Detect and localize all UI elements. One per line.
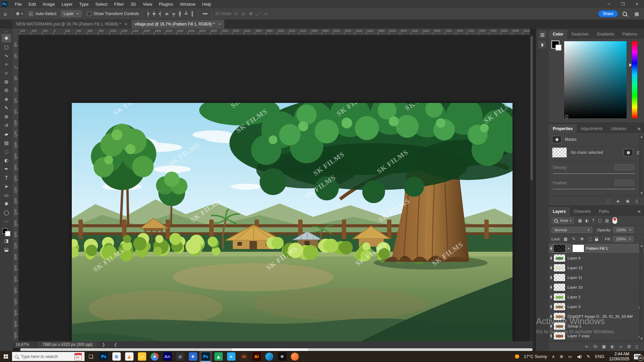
layer-visibility-toggle[interactable] bbox=[551, 256, 551, 260]
layer-row-3[interactable]: Layer 11 bbox=[549, 273, 644, 283]
align-button-0[interactable]: ╞ bbox=[145, 11, 151, 16]
fill-dropdown[interactable]: 100% ▾ bbox=[613, 236, 634, 242]
more-options-button[interactable]: ••• bbox=[201, 11, 209, 16]
pattern-thumbnail[interactable] bbox=[553, 244, 566, 252]
panel-menu-icon[interactable]: ≡ bbox=[641, 30, 644, 39]
taskbar-search-box[interactable]: Type here to search bbox=[12, 352, 85, 361]
toolbar-collapse-icon[interactable]: » bbox=[5, 30, 7, 33]
hue-slider-handle[interactable] bbox=[629, 63, 632, 67]
document-area[interactable]: SK FILMSSK FILMSSK FILMSSK FILMSSK FILMS… bbox=[18, 35, 530, 341]
more-tools-button[interactable]: ⋯ bbox=[2, 217, 11, 226]
layer-effects-icon[interactable]: fx bbox=[593, 344, 597, 349]
horizontal-scrollbar[interactable] bbox=[20, 348, 533, 351]
layer-visibility-toggle[interactable] bbox=[551, 295, 551, 299]
document-tab-1[interactable]: village.psd @ 16.7% (Pattern Fill 1, RGB… bbox=[131, 20, 225, 28]
taskbar-icon-blue-app[interactable]: ❖ bbox=[186, 351, 199, 362]
foreground-background-swatches[interactable] bbox=[551, 41, 561, 51]
lock-option-icon-1[interactable]: ✎ bbox=[571, 237, 577, 241]
history-panel-icon[interactable]: ▥ bbox=[538, 31, 546, 39]
action-center-icon[interactable]: 20 bbox=[634, 354, 641, 359]
layer-thumbnail[interactable] bbox=[553, 264, 566, 272]
align-button-1[interactable]: ╪ bbox=[151, 11, 157, 16]
layer-row-0[interactable]: ∞Pattern Fill 1 bbox=[549, 244, 644, 253]
maximize-button[interactable]: ❐ bbox=[616, 0, 630, 8]
network-globe-icon[interactable]: ⊕ bbox=[560, 354, 564, 359]
ruler-origin-corner[interactable] bbox=[13, 28, 19, 35]
menu-item-file[interactable]: File bbox=[11, 1, 25, 8]
panel-menu-icon[interactable]: ≡ bbox=[634, 207, 644, 216]
tab-color[interactable]: Color bbox=[549, 30, 567, 39]
opacity-dropdown[interactable]: 100% ▾ bbox=[613, 227, 634, 233]
filter-type-icon-4[interactable]: ▤ bbox=[604, 218, 610, 223]
link-layers-icon[interactable]: ∞ bbox=[585, 344, 588, 349]
auto-select-target-dropdown[interactable]: Layer ▾ bbox=[61, 10, 82, 17]
auto-select-checkbox[interactable]: ✓ bbox=[29, 11, 33, 16]
weather-widget[interactable]: 17°C Sunny bbox=[524, 354, 547, 359]
lasso-tool[interactable]: ∿ bbox=[2, 51, 11, 60]
menu-item-plugins[interactable]: Plugins bbox=[156, 1, 177, 8]
history-brush-tool[interactable]: ↺ bbox=[2, 121, 11, 130]
show-transform-checkbox[interactable] bbox=[87, 11, 92, 16]
close-button[interactable]: × bbox=[630, 0, 644, 8]
tab-layers[interactable]: Layers bbox=[549, 207, 570, 216]
hue-slider[interactable] bbox=[632, 41, 637, 118]
add-mask-icon[interactable]: ▣ bbox=[602, 344, 606, 349]
vertical-ruler[interactable]: 4002000200400600800100012001400160018002… bbox=[13, 35, 19, 341]
color-picker-cursor[interactable] bbox=[565, 115, 568, 118]
tab-adjustments[interactable]: Adjustments bbox=[577, 124, 607, 133]
taskbar-icon-illustrator[interactable]: Ai bbox=[250, 351, 263, 362]
taskbar-icon-green-app[interactable]: ▲ bbox=[212, 351, 225, 362]
filter-type-icon-2[interactable]: T bbox=[591, 218, 595, 223]
brush-tool[interactable]: ✎ bbox=[2, 104, 11, 112]
layer-mask-thumbnail[interactable] bbox=[572, 244, 584, 252]
layer-visibility-toggle[interactable] bbox=[551, 314, 551, 318]
layer-thumbnail[interactable] bbox=[553, 332, 566, 340]
tool-preset-caret-icon[interactable]: ▾ bbox=[21, 12, 23, 15]
taskbar-icon-chart-app[interactable]: ılı bbox=[237, 351, 250, 362]
lock-option-icon-0[interactable]: ▩ bbox=[563, 237, 569, 241]
layer-thumbnail[interactable] bbox=[553, 293, 566, 301]
adjustment-layer-icon[interactable]: ◐ bbox=[611, 344, 614, 349]
layer-row-8[interactable]: Group 1 bbox=[549, 321, 644, 331]
layer-thumbnail[interactable] bbox=[553, 312, 566, 320]
density-value-box[interactable] bbox=[614, 164, 634, 170]
menu-item-edit[interactable]: Edit bbox=[25, 1, 39, 8]
layer-thumbnail[interactable] bbox=[553, 283, 566, 291]
horizontal-scrollbar-thumb[interactable] bbox=[231, 348, 309, 351]
zoom-level-field[interactable]: 16.67% bbox=[15, 342, 29, 347]
tab-gradients[interactable]: Gradients bbox=[593, 30, 618, 39]
cast-display-icon[interactable]: ▭ bbox=[568, 354, 572, 359]
pen-tool[interactable]: ✒ bbox=[2, 165, 11, 173]
new-layer-icon[interactable]: ⊞ bbox=[627, 344, 631, 349]
add-layer-mask-button[interactable] bbox=[624, 149, 633, 156]
panel-menu-icon[interactable]: ≡ bbox=[634, 124, 644, 133]
move-tool-preset-icon[interactable]: ✥ bbox=[14, 11, 21, 16]
align-button-4[interactable]: ╤ bbox=[171, 11, 177, 16]
taskbar-icon-animate[interactable]: An bbox=[161, 351, 174, 362]
path-selection-tool[interactable]: ➤ bbox=[2, 182, 11, 191]
menu-item-3d[interactable]: 3D bbox=[127, 1, 140, 8]
scroll-left-arrow[interactable]: ❮ bbox=[114, 342, 117, 347]
screen-mode-button[interactable]: ⬓ bbox=[2, 245, 11, 254]
frame-tool[interactable]: ⊞ bbox=[2, 77, 11, 86]
layer-row-1[interactable]: Layer 4 bbox=[549, 253, 644, 263]
align-button-3[interactable]: ≡ bbox=[163, 11, 171, 16]
layer-row-7[interactable]: ChatGPT Image D...25, 01_35_50 AM bbox=[549, 312, 644, 321]
filter-type-icon-0[interactable]: ▦ bbox=[577, 218, 583, 223]
density-slider[interactable] bbox=[553, 173, 635, 174]
align-button-6[interactable]: ╧ bbox=[183, 11, 189, 16]
language-indicator[interactable]: ENG bbox=[595, 354, 604, 359]
menu-item-type[interactable]: Type bbox=[76, 1, 92, 8]
filter-type-icon-1[interactable]: ◐ bbox=[584, 218, 590, 223]
align-button-7[interactable]: ║ bbox=[189, 11, 195, 16]
lock-option-icon-3[interactable]: ⬚ bbox=[587, 237, 593, 241]
hand-tool[interactable]: ✽ bbox=[2, 199, 11, 208]
tab-libraries[interactable]: Libraries bbox=[607, 124, 630, 133]
filter-toggle-switch[interactable] bbox=[612, 217, 617, 224]
taskbar-icon-vlc[interactable]: ▲ bbox=[123, 351, 136, 362]
layer-row-2[interactable]: Layer 12 bbox=[549, 263, 644, 273]
properties-scrollbar[interactable]: ▲▼ bbox=[639, 134, 643, 195]
tab-properties[interactable]: Properties bbox=[549, 124, 577, 133]
blend-mode-dropdown[interactable]: Normal ▾ bbox=[551, 227, 592, 233]
taskbar-icon-telegram[interactable]: ➤ bbox=[225, 351, 237, 362]
